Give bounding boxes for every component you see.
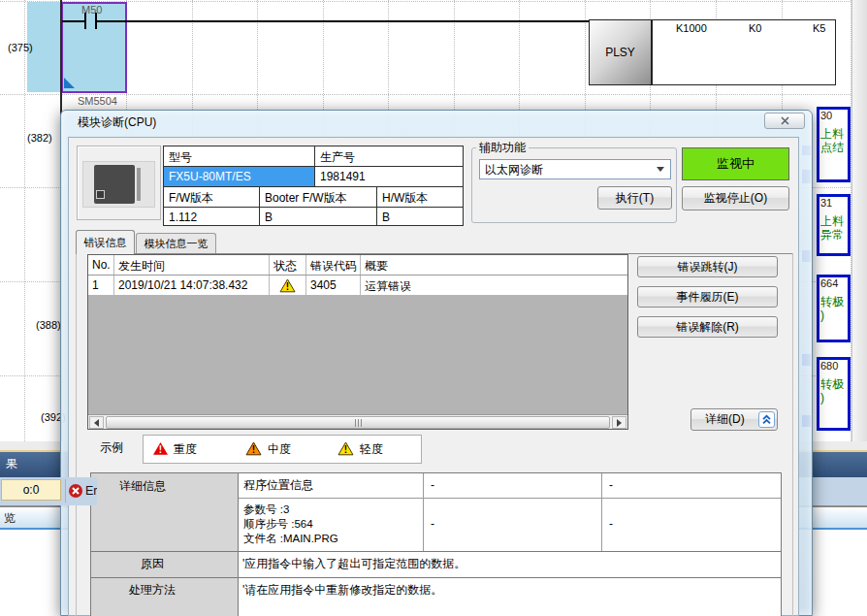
tab-module-info-list-label: 模块信息一览 [144,238,209,250]
fix-text: '请在应用指令中重新修改指定的数据。 [242,583,442,597]
dialog-title: 模块诊断(CPU) [78,115,156,129]
dock-title: 果 [6,457,17,470]
error-jump-label: 错误跳转(J) [678,259,738,276]
thumb-grip-icon [355,419,356,427]
screen: (375) (382) (388) (392) M50 SM5504 PLSY … [0,0,867,616]
tab-page-border [792,253,793,616]
program-file: 文件名 :MAIN.PRG [243,532,338,546]
row-summary: 运算错误 [361,276,627,295]
execute-button[interactable]: 执行(T) [597,186,672,210]
scrollbar-thumb[interactable] [106,416,610,429]
program-param: 参数号 :3 [243,503,338,517]
error-clear-label: 错误解除(R) [676,319,739,336]
coil-comment-box: 680 转极 ) [817,357,851,431]
col-header-time[interactable]: 发生时间 [114,255,270,275]
event-history-button[interactable]: 事件履历(E) [637,286,778,308]
plc-module-edge [137,168,141,201]
instruction-label: PLSY [605,46,635,59]
light-icon: ! [337,441,354,456]
col-header-no[interactable]: No. [88,255,114,275]
col-header-status[interactable]: 状态 [270,255,306,275]
row-no: 1 [88,276,114,295]
warning-light-icon: ! [279,278,296,293]
toolbar-separator [65,479,66,503]
error-clear-button[interactable]: 错误解除(R) [637,316,778,338]
row-time: 2019/10/21 14:07:38.432 [114,276,270,295]
operand-value: K5 [813,22,825,35]
coil-device-number: 30 [820,110,848,121]
tab-error-info[interactable]: 错误信息 [76,230,135,254]
no-contact-symbol [62,20,84,22]
monitoring-status-button[interactable]: 监视中 [682,147,789,180]
instruction-block[interactable]: PLSY [589,19,652,85]
detail-dash: - [609,517,613,531]
tab-error-info-label: 错误信息 [84,237,127,249]
operand-value: K1000 [676,22,707,35]
editor-scrollbar[interactable] [851,0,867,441]
aux-function-select[interactable]: 以太网诊断 [479,159,671,179]
moderate-label: 中度 [268,442,291,456]
ladder-row-number: (375) [8,42,33,54]
aux-function-label: 辅助功能 [476,141,529,154]
ladder-row-number: (388) [36,319,61,332]
tab-page-border [76,253,77,616]
severe-icon: ! [152,441,169,456]
monitor-stop-button[interactable]: 监视停止(O) [682,186,789,211]
scroll-left-button[interactable] [89,416,104,429]
tab-module-info-list[interactable]: 模块信息一览 [136,233,216,254]
error-table: No. 发生时间 状态 错误代码 概要 1 2019/10/21 14:07:3… [87,254,628,430]
model-value[interactable]: FX5U-80MT/ES [164,167,315,186]
coil-comment-box: 31 上料 异常 [817,194,851,256]
coil-device-number: 31 [820,197,848,209]
detail-collapse-toggle[interactable] [758,411,775,428]
header-serial: 生产号 [315,146,463,166]
severe-label: 重度 [174,442,197,456]
light-label: 轻度 [360,442,383,456]
hw-value[interactable]: B [377,208,463,226]
serial-value[interactable]: 1981491 [315,167,463,186]
event-history-label: 事件履历(E) [677,289,739,306]
legend-label: 示例 [100,440,123,454]
detail-col-divider [601,473,602,551]
col-header-code[interactable]: 错误代码 [306,255,361,275]
detail-row-label-cause: 原因 [141,557,164,570]
detail-subrow-divider [239,498,781,499]
monitoring-status-label: 监视中 [717,155,755,173]
operand-value: K0 [749,22,761,35]
coil-comment-text: ) [820,308,848,322]
module-info-table: 型号 生产号 FX5U-80MT/ES 1981491 F/W版本 Booter… [163,146,464,226]
dock-tab-label: 览 [4,511,16,525]
detail-dash: - [431,478,434,492]
close-icon [781,116,789,125]
svg-text:!: ! [159,444,162,455]
row-status: ! [270,276,306,295]
row-code: 3405 [306,276,361,295]
dialog-close-button[interactable] [764,113,805,129]
scroll-right-button[interactable] [612,416,626,429]
dock-toolbar-overlay: o:0 Err [0,477,97,505]
booter-value[interactable]: B [260,208,377,226]
header-hw: H/W版本 [377,187,463,207]
monitor-marker-icon [64,78,75,88]
moderate-icon: ! [245,441,262,456]
error-jump-button[interactable]: 错误跳转(J) [637,256,778,277]
coil-comment-text: ) [820,391,848,405]
execute-button-label: 执行(T) [616,190,654,207]
coil-comment-text: 上料 [820,214,848,228]
plc-module-port [96,190,105,199]
col-header-summary[interactable]: 概要 [361,255,627,275]
grid-line [0,1,851,2]
cause-text: '应用指令中输入了超出可指定范围的数据。 [242,557,466,570]
chevron-down-icon [657,167,664,172]
table-row[interactable]: 1 2019/10/21 14:07:38.432 ! 3405 运算错误 [88,276,627,295]
error-count: o:0 [23,483,40,497]
coil-comment-box: 664 转极 ) [817,275,851,342]
table-hscrollbar[interactable] [88,414,627,430]
fw-value[interactable]: 1.112 [164,208,260,226]
error-count-box: o:0 [1,479,61,501]
coil-comment-text: 上料 [820,127,848,141]
detail-dash: - [431,517,434,531]
coil-device-number: 680 [820,360,848,372]
program-step: 顺序步号 :564 [243,517,338,532]
detail-col-divider [423,473,424,551]
